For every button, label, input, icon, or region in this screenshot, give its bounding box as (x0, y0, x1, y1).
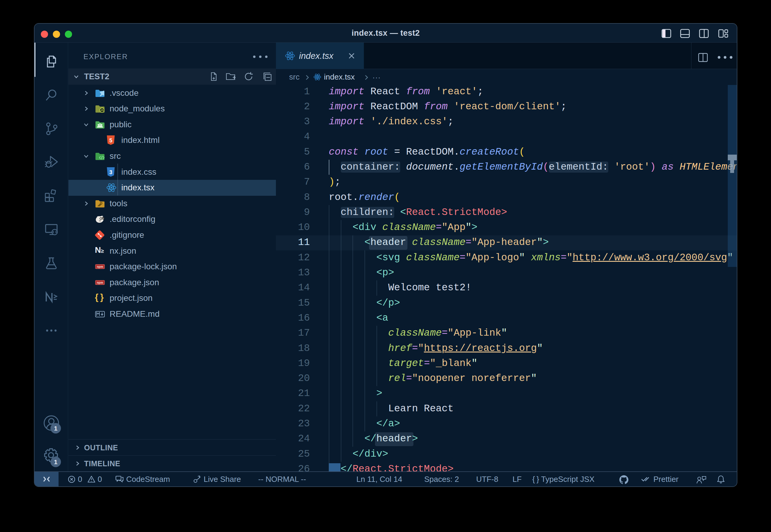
svg-text:3: 3 (109, 169, 112, 175)
svg-text:5: 5 (109, 138, 112, 144)
svg-text:npm: npm (97, 265, 103, 268)
svg-text:JS: JS (100, 109, 104, 112)
svg-text:npm: npm (97, 281, 103, 284)
